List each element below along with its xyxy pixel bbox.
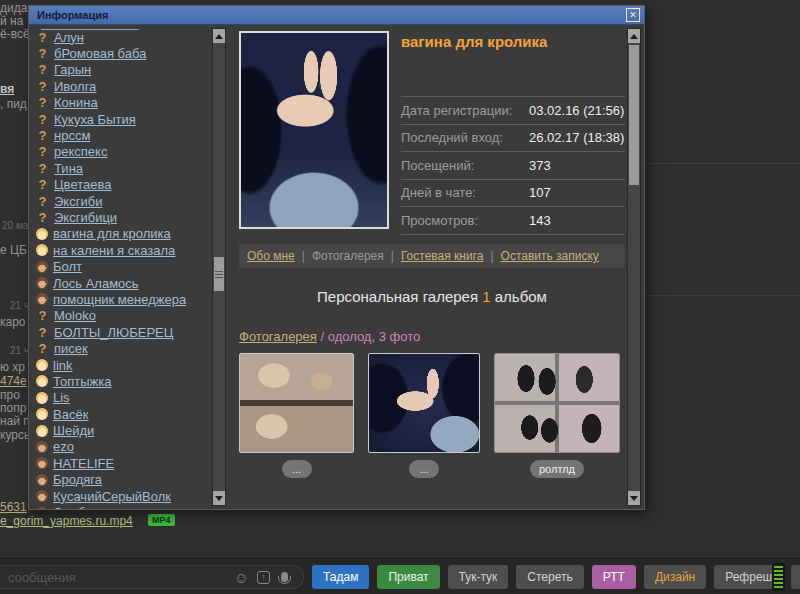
user-list-item: link	[36, 357, 212, 373]
chat-link[interactable]: е_gorim_yapmes.ru.mp4	[0, 514, 133, 528]
user-link[interactable]: Конина	[54, 95, 98, 110]
scroll-up-button[interactable]	[628, 29, 640, 43]
user-link[interactable]: Цветаева	[54, 177, 111, 192]
user-link[interactable]: бРомовая баба	[54, 46, 146, 61]
profile-photo[interactable]	[239, 31, 389, 229]
question-icon: ?	[36, 145, 49, 158]
gallery-item: ролтлд	[494, 353, 620, 478]
user-list-item: Лось Аламось	[36, 275, 212, 291]
profile-tab[interactable]: Оставить записку	[501, 249, 599, 263]
user-link[interactable]: HATELIFE	[53, 456, 114, 471]
profile-tab[interactable]: Фотогалерея	[312, 249, 384, 263]
user-link[interactable]: нрссм	[54, 128, 90, 143]
chat-divider	[645, 295, 800, 296]
breadcrumb-separator: /	[317, 329, 328, 344]
user-link[interactable]: Одибил	[53, 505, 100, 509]
composer-button[interactable]: Тадам	[312, 565, 369, 589]
user-link[interactable]: помощник менеджера	[53, 292, 186, 307]
composer-button[interactable]: Тук-тук	[448, 565, 509, 589]
user-link[interactable]: Болт	[53, 259, 82, 274]
user-list-item: HATELIFE	[36, 455, 212, 471]
mic-icon[interactable]	[281, 572, 288, 582]
profile-scrollbar[interactable]	[627, 28, 641, 506]
user-link[interactable]: ezo	[53, 439, 74, 454]
user-link[interactable]: link	[53, 358, 73, 373]
user-link[interactable]: писек	[54, 341, 88, 356]
scrollbar-thumb[interactable]	[214, 257, 224, 291]
composer-button[interactable]: РТТ	[592, 565, 636, 589]
user-list-scrollbar[interactable]	[212, 28, 226, 506]
user-list-item: Шейди	[36, 422, 212, 438]
chat-link[interactable]: 5631	[0, 500, 27, 514]
user-link[interactable]: Тина	[54, 161, 83, 176]
photo-caption: ...	[409, 460, 439, 478]
user-list-item: Васёк	[36, 406, 212, 422]
user-list-item: ?нрссм	[36, 127, 212, 143]
gallery-photo[interactable]	[368, 353, 480, 453]
user-link[interactable]: БОЛТЫ_ЛЮБЕРЕЦ	[54, 325, 173, 340]
stat-label: Дата регистрации:	[401, 103, 529, 118]
scroll-down-button[interactable]	[628, 491, 640, 505]
user-link[interactable]: Шейди	[53, 423, 94, 438]
gallery-heading: Персональная галерея 1 альбом	[239, 288, 625, 305]
scroll-up-button[interactable]	[213, 29, 225, 43]
user-link[interactable]: Moloko	[54, 308, 96, 323]
close-button[interactable]: ✕	[626, 8, 640, 22]
gallery-link[interactable]: Фотогалерея	[239, 329, 317, 344]
chat-fragment: ё-всё	[0, 27, 30, 41]
user-link[interactable]: Топтыжка	[53, 374, 111, 389]
chat-link[interactable]: вя	[0, 82, 14, 96]
composer-bar: сообщения ☺ ↑ ТадамПриватТук-тукСтеретьР…	[0, 558, 800, 594]
gallery-photo[interactable]	[494, 353, 620, 453]
user-link[interactable]: на калени я сказала	[53, 243, 175, 258]
question-icon: ?	[36, 162, 49, 175]
info-dialog: Информация ✕ ?Алун?бРомовая баба?Гарын?И…	[28, 5, 645, 510]
composer-button[interactable]: Стереть	[516, 565, 583, 589]
user-list-item: ?Эксгибици	[36, 209, 212, 225]
dialog-titlebar[interactable]: Информация ✕	[29, 6, 644, 25]
monkey-icon	[36, 474, 48, 486]
user-link[interactable]: Лось Аламось	[53, 276, 139, 291]
message-input[interactable]: сообщения ☺ ↑	[0, 565, 304, 589]
composer-button[interactable]: Приват	[377, 565, 439, 589]
gallery-item: ...	[368, 353, 480, 478]
user-link[interactable]: Иволга	[54, 79, 96, 94]
stat-label: Просмотров:	[401, 213, 529, 228]
user-link[interactable]: Гарын	[54, 62, 91, 77]
user-link[interactable]: Эксгибици	[54, 210, 117, 225]
monkey-icon	[36, 490, 48, 502]
user-link[interactable]: Бродяга	[53, 472, 102, 487]
emoji-icon[interactable]: ☺	[234, 570, 249, 585]
scrollbar-thumb[interactable]	[629, 45, 639, 185]
question-icon: ?	[36, 80, 49, 93]
user-link[interactable]: вагина для кролика	[53, 226, 171, 241]
chat-divider	[645, 163, 800, 164]
monkey-icon	[36, 277, 48, 289]
profile-tab[interactable]: Гостевая книга	[401, 249, 484, 263]
gallery-photo[interactable]	[239, 353, 354, 453]
arrow-down-icon	[215, 496, 223, 501]
upload-icon[interactable]: ↑	[257, 571, 270, 584]
composer-button[interactable]: Дизайн	[644, 565, 706, 589]
question-icon: ?	[36, 211, 49, 224]
chat-fragment: 21 ч	[10, 300, 29, 311]
girl-icon	[36, 408, 48, 420]
chat-fragment: дида	[0, 1, 27, 15]
user-link[interactable]: КусачийСерыйВолк	[53, 489, 171, 504]
user-link[interactable]: Lis	[53, 390, 70, 405]
profile-name: вагина для кролика	[401, 33, 547, 50]
chat-fragment: й на	[0, 14, 23, 28]
chat-link[interactable]: 474е	[0, 374, 27, 388]
stat-row: Дней в чате:107	[401, 180, 625, 208]
user-link[interactable]: Кукуха Бытия	[54, 112, 136, 127]
user-link[interactable]: Эксгиби	[54, 194, 102, 209]
chat-fragment: е ЦБ	[0, 243, 27, 257]
user-link[interactable]: Васёк	[53, 407, 88, 422]
scroll-down-button[interactable]	[213, 491, 225, 505]
user-link[interactable]: Алун	[54, 30, 84, 45]
stat-label: Дней в чате:	[401, 185, 529, 200]
profile-tab[interactable]: Обо мне	[247, 249, 295, 263]
composer-button[interactable]: Аватары	[791, 565, 800, 589]
user-list-item: ?Кукуха Бытия	[36, 111, 212, 127]
user-link[interactable]: рекспекс	[54, 144, 107, 159]
